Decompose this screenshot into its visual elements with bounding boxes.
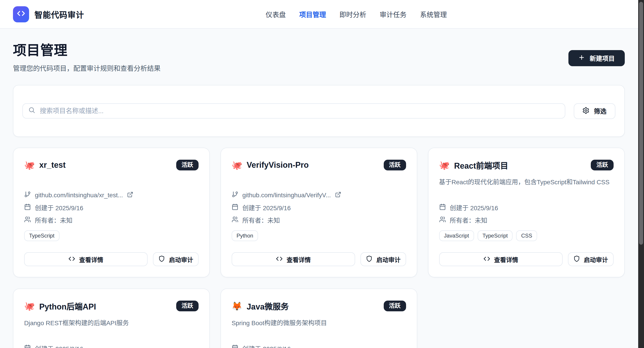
code-icon bbox=[483, 255, 490, 263]
nav-item-3[interactable]: 审计任务 bbox=[380, 10, 406, 19]
status-badge: 活跃 bbox=[384, 160, 406, 170]
project-card: 🐙 VerifyVision-Pro 活跃 github.com/lintsin… bbox=[220, 148, 417, 277]
repo-link[interactable]: github.com/lintsinghua/VerifyV... bbox=[232, 190, 406, 200]
card-actions: 查看详情 启动审计 bbox=[439, 252, 613, 266]
card-header: 🐙 xr_test 活跃 bbox=[24, 159, 198, 171]
code-icon bbox=[276, 255, 282, 263]
tag-list: Python bbox=[232, 230, 406, 241]
page-subtitle: 管理您的代码项目，配置审计规则和查看分析结果 bbox=[13, 64, 160, 73]
project-card: 🐙 xr_test 活跃 github.com/lintsinghua/xr_t… bbox=[13, 148, 210, 277]
card-title-wrap: 🐙 Python后端API bbox=[24, 300, 96, 312]
card-header: 🐙 React前端项目 活跃 bbox=[439, 159, 613, 171]
scrollbar-thumb[interactable] bbox=[639, 2, 643, 244]
page-title: 项目管理 bbox=[13, 43, 160, 58]
language-tag: CSS bbox=[516, 230, 537, 241]
project-card: 🦊 Java微服务 活跃 Spring Boot构建的微服务架构项目 创建于 2… bbox=[220, 288, 417, 348]
app-root: 智能代码审计 仪表盘项目管理即时分析审计任务系统管理 项目管理 管理您的代码项目… bbox=[0, 0, 644, 348]
calendar-icon bbox=[24, 204, 31, 212]
created-date-row: 创建于 2025/9/16 bbox=[439, 203, 613, 212]
owner-row: 所有者：未知 bbox=[232, 216, 406, 224]
project-name: xr_test bbox=[39, 160, 66, 170]
view-details-button[interactable]: 查看详情 bbox=[232, 252, 355, 266]
search-panel: 筛选 bbox=[13, 85, 624, 137]
project-emoji-icon: 🐙 bbox=[439, 161, 450, 169]
project-emoji-icon: 🐙 bbox=[232, 161, 242, 169]
filter-button[interactable]: 筛选 bbox=[574, 103, 615, 119]
calendar-icon bbox=[439, 204, 446, 212]
new-project-button[interactable]: 新建项目 bbox=[568, 50, 624, 66]
nav-item-0[interactable]: 仪表盘 bbox=[266, 10, 286, 19]
card-actions: 查看详情 启动审计 bbox=[232, 252, 406, 266]
external-link-icon bbox=[335, 191, 341, 199]
calendar-icon bbox=[232, 344, 238, 348]
start-audit-button[interactable]: 启动审计 bbox=[360, 252, 406, 266]
brand: 智能代码审计 bbox=[13, 0, 84, 28]
nav-item-2[interactable]: 即时分析 bbox=[340, 10, 366, 19]
git-branch-icon bbox=[232, 191, 238, 199]
repo-link[interactable]: github.com/lintsinghua/xr_test... bbox=[24, 190, 198, 200]
language-tag: TypeScript bbox=[24, 230, 59, 241]
view-details-button[interactable]: 查看详情 bbox=[24, 252, 148, 266]
project-description: Django REST框架构建的后端API服务 bbox=[24, 318, 198, 328]
language-tag: Python bbox=[232, 230, 258, 241]
scrollbar-track[interactable] bbox=[638, 0, 644, 348]
view-details-button[interactable]: 查看详情 bbox=[439, 252, 562, 266]
repo-url: github.com/lintsinghua/VerifyV... bbox=[242, 192, 331, 198]
main-nav: 仪表盘项目管理即时分析审计任务系统管理 bbox=[266, 0, 447, 28]
shield-icon bbox=[158, 255, 165, 263]
card-title-wrap: 🐙 xr_test bbox=[24, 160, 66, 170]
created-date-row: 创建于 2025/9/16 bbox=[232, 344, 406, 348]
calendar-icon bbox=[232, 204, 238, 212]
shield-icon bbox=[366, 255, 372, 263]
start-audit-label: 启动审计 bbox=[169, 255, 193, 264]
project-card: 🐙 React前端项目 活跃 基于React的现代化前端应用，包含TypeScr… bbox=[428, 148, 624, 277]
git-branch-icon bbox=[24, 191, 31, 199]
status-badge: 活跃 bbox=[176, 300, 198, 311]
project-card: 🐙 Python后端API 活跃 Django REST框架构建的后端API服务… bbox=[13, 288, 210, 348]
project-emoji-icon: 🦊 bbox=[232, 302, 242, 310]
nav-item-4[interactable]: 系统管理 bbox=[420, 10, 447, 19]
top-header: 智能代码审计 仪表盘项目管理即时分析审计任务系统管理 bbox=[0, 0, 638, 29]
project-name: Java微服务 bbox=[247, 300, 289, 312]
created-date: 创建于 2025/9/16 bbox=[242, 344, 291, 348]
repo-url: github.com/lintsinghua/xr_test... bbox=[35, 192, 123, 198]
start-audit-label: 启动审计 bbox=[584, 255, 608, 264]
code-icon bbox=[17, 9, 25, 19]
calendar-icon bbox=[24, 344, 31, 348]
search-input-wrap bbox=[22, 103, 565, 118]
shield-icon bbox=[573, 255, 580, 263]
page-head: 项目管理 管理您的代码项目，配置审计规则和查看分析结果 新建项目 bbox=[13, 29, 624, 73]
owner-label: 所有者：未知 bbox=[242, 216, 280, 224]
card-header: 🐙 VerifyVision-Pro 活跃 bbox=[232, 159, 406, 171]
app-logo bbox=[13, 6, 29, 22]
owner-label: 所有者：未知 bbox=[35, 216, 72, 224]
project-name: React前端项目 bbox=[454, 159, 508, 171]
card-header: 🦊 Java微服务 活跃 bbox=[232, 300, 406, 312]
users-icon bbox=[439, 216, 446, 224]
created-date: 创建于 2025/9/16 bbox=[450, 203, 498, 212]
app-title: 智能代码审计 bbox=[34, 8, 84, 20]
plus-icon bbox=[578, 54, 585, 62]
tag-list: JavaScriptTypeScriptCSS bbox=[439, 230, 613, 241]
users-icon bbox=[232, 216, 238, 224]
nav-item-1[interactable]: 项目管理 bbox=[299, 10, 326, 19]
created-date-row: 创建于 2025/9/16 bbox=[24, 344, 198, 348]
created-date-row: 创建于 2025/9/16 bbox=[232, 203, 406, 212]
start-audit-button[interactable]: 启动审计 bbox=[568, 252, 613, 266]
created-date: 创建于 2025/9/16 bbox=[35, 344, 83, 348]
card-title-wrap: 🦊 Java微服务 bbox=[232, 300, 289, 312]
search-input[interactable] bbox=[40, 107, 559, 114]
search-icon bbox=[28, 106, 35, 116]
project-description: Spring Boot构建的微服务架构项目 bbox=[232, 318, 406, 328]
status-badge: 活跃 bbox=[591, 160, 613, 170]
tag-list: TypeScript bbox=[24, 230, 198, 241]
code-icon bbox=[68, 255, 75, 263]
status-badge: 活跃 bbox=[384, 300, 406, 311]
filter-button-label: 筛选 bbox=[594, 106, 606, 116]
external-link-icon bbox=[127, 191, 133, 199]
start-audit-button[interactable]: 启动审计 bbox=[153, 252, 198, 266]
view-details-label: 查看详情 bbox=[494, 255, 518, 264]
project-name: Python后端API bbox=[39, 300, 96, 312]
gear-icon bbox=[582, 107, 590, 115]
project-cards-grid: 🐙 xr_test 活跃 github.com/lintsinghua/xr_t… bbox=[13, 148, 624, 348]
